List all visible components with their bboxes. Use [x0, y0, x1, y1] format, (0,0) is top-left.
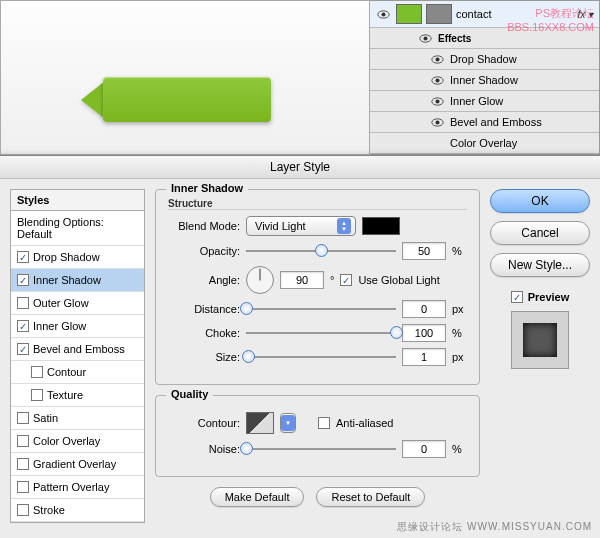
settings-panel: Inner Shadow Structure Blend Mode: Vivid…: [155, 189, 480, 525]
visibility-icon[interactable]: [376, 7, 390, 21]
degree-label: °: [330, 274, 334, 286]
style-checkbox[interactable]: ✓: [17, 320, 29, 332]
visibility-icon[interactable]: [430, 52, 444, 66]
style-item[interactable]: ✓Bevel and Emboss: [11, 338, 144, 361]
layer-thumb: [396, 4, 422, 24]
angle-label: Angle:: [168, 274, 240, 286]
px-label: px: [452, 303, 464, 315]
svg-point-7: [435, 78, 439, 82]
layer-style-dialog: Layer Style Styles Blending Options: Def…: [0, 155, 600, 538]
effect-item[interactable]: Inner Shadow: [370, 70, 599, 91]
svg-point-11: [435, 120, 439, 124]
visibility-icon[interactable]: [418, 31, 432, 45]
blend-mode-dropdown[interactable]: Vivid Light▲▼: [246, 216, 356, 236]
opacity-label: Opacity:: [168, 245, 240, 257]
style-item[interactable]: ✓Inner Glow: [11, 315, 144, 338]
style-item[interactable]: ✓Inner Shadow: [11, 269, 144, 292]
effect-item[interactable]: Color Overlay: [370, 133, 599, 154]
tag-shape: [81, 77, 271, 122]
style-checkbox[interactable]: [17, 297, 29, 309]
antialiased-checkbox[interactable]: [318, 417, 330, 429]
fx-badge[interactable]: fx ▾: [577, 9, 593, 20]
layer-row[interactable]: contact fx ▾: [370, 1, 599, 28]
distance-label: Distance:: [168, 303, 240, 315]
style-item[interactable]: Satin: [11, 407, 144, 430]
style-item[interactable]: Pattern Overlay: [11, 476, 144, 499]
new-style-button[interactable]: New Style...: [490, 253, 590, 277]
noise-slider[interactable]: [246, 442, 396, 456]
reset-default-button[interactable]: Reset to Default: [316, 487, 425, 507]
styles-list: Styles Blending Options: Default ✓Drop S…: [10, 189, 145, 523]
effect-item[interactable]: Inner Glow: [370, 91, 599, 112]
visibility-icon[interactable]: [430, 73, 444, 87]
cancel-button[interactable]: Cancel: [490, 221, 590, 245]
preview-label: Preview: [528, 291, 570, 303]
style-checkbox[interactable]: [31, 366, 43, 378]
style-checkbox[interactable]: [31, 389, 43, 401]
opacity-slider[interactable]: [246, 244, 396, 258]
antialiased-label: Anti-aliased: [336, 417, 393, 429]
svg-point-3: [423, 36, 427, 40]
global-light-label: Use Global Light: [358, 274, 439, 286]
structure-label: Structure: [168, 198, 467, 210]
preview-swatch: [511, 311, 569, 369]
style-checkbox[interactable]: [17, 481, 29, 493]
pct-label: %: [452, 245, 462, 257]
layer-name: contact: [456, 8, 491, 20]
size-slider[interactable]: [246, 350, 396, 364]
style-checkbox[interactable]: ✓: [17, 251, 29, 263]
style-checkbox[interactable]: [17, 435, 29, 447]
effect-item[interactable]: Drop Shadow: [370, 49, 599, 70]
style-checkbox[interactable]: ✓: [17, 274, 29, 286]
effect-item[interactable]: Bevel and Emboss: [370, 112, 599, 133]
effects-row[interactable]: Effects: [370, 28, 599, 49]
styles-header[interactable]: Styles: [11, 190, 144, 211]
choke-input[interactable]: [402, 324, 446, 342]
style-item[interactable]: Outer Glow: [11, 292, 144, 315]
style-item[interactable]: Texture: [11, 384, 144, 407]
svg-point-5: [435, 57, 439, 61]
global-light-checkbox[interactable]: ✓: [340, 274, 352, 286]
contour-picker[interactable]: [246, 412, 274, 434]
quality-label: Quality: [166, 388, 213, 400]
distance-slider[interactable]: [246, 302, 396, 316]
effects-label: Effects: [438, 33, 471, 44]
style-checkbox[interactable]: [17, 458, 29, 470]
style-checkbox[interactable]: [17, 412, 29, 424]
style-checkbox[interactable]: [17, 504, 29, 516]
blending-options[interactable]: Blending Options: Default: [11, 211, 144, 246]
pct-label: %: [452, 327, 462, 339]
style-checkbox[interactable]: ✓: [17, 343, 29, 355]
dialog-buttons: OK Cancel New Style... ✓ Preview: [490, 189, 590, 525]
canvas-area: [0, 0, 370, 155]
style-item[interactable]: Gradient Overlay: [11, 453, 144, 476]
pct-label: %: [452, 443, 462, 455]
visibility-icon[interactable]: [430, 115, 444, 129]
ok-button[interactable]: OK: [490, 189, 590, 213]
size-input[interactable]: [402, 348, 446, 366]
angle-dial[interactable]: [246, 266, 274, 294]
make-default-button[interactable]: Make Default: [210, 487, 305, 507]
style-item[interactable]: Color Overlay: [11, 430, 144, 453]
mask-thumb: [426, 4, 452, 24]
preview-checkbox[interactable]: ✓: [511, 291, 523, 303]
layers-panel: contact fx ▾ Effects Drop ShadowInner Sh…: [370, 0, 600, 155]
distance-input[interactable]: [402, 300, 446, 318]
footer-watermark: 思缘设计论坛 WWW.MISSYUAN.COM: [397, 520, 592, 534]
style-item[interactable]: Contour: [11, 361, 144, 384]
style-item[interactable]: Stroke: [11, 499, 144, 522]
panel-title: Inner Shadow: [166, 182, 248, 194]
noise-input[interactable]: [402, 440, 446, 458]
choke-slider[interactable]: [246, 326, 396, 340]
px-label: px: [452, 351, 464, 363]
contour-dropdown[interactable]: ▼: [280, 413, 296, 433]
visibility-icon[interactable]: [430, 94, 444, 108]
contour-label: Contour:: [168, 417, 240, 429]
noise-label: Noise:: [168, 443, 240, 455]
choke-label: Choke:: [168, 327, 240, 339]
style-item[interactable]: ✓Drop Shadow: [11, 246, 144, 269]
angle-input[interactable]: [280, 271, 324, 289]
shadow-color-swatch[interactable]: [362, 217, 400, 235]
svg-point-9: [435, 99, 439, 103]
opacity-input[interactable]: [402, 242, 446, 260]
